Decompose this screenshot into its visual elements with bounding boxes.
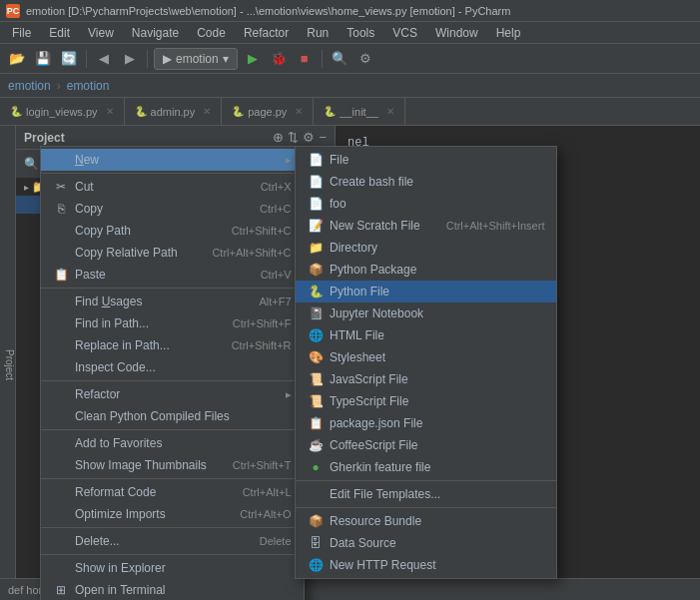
cm2-edit-templates[interactable]: Edit File Templates... [296,483,556,505]
cm-image-thumbs[interactable]: Show Image Thumbnails Ctrl+Shift+T [41,454,304,476]
toolbar-sync-btn[interactable]: 🔄 [58,48,80,70]
tab-page[interactable]: 🐍 page.py ✕ [222,98,314,125]
cm-paste[interactable]: 📋 Paste Ctrl+V [41,264,304,286]
main-area: Project Project ⊕ ⇅ ⚙ − 🔍 ▸ 📁 emotion D:… [0,126,700,600]
tab-close-btn[interactable]: ✕ [106,106,114,117]
cm2-gherkin[interactable]: ● Gherkin feature file [296,456,556,478]
cm-sep-5 [41,478,304,479]
toolbar-fwd-btn[interactable]: ▶ [119,48,141,70]
tab-close-btn-4[interactable]: ✕ [386,106,394,117]
navbar: emotion › emotion [0,74,700,98]
tab-login-views[interactable]: 🐍 login_views.py ✕ [0,98,125,125]
cm-refactor[interactable]: Refactor ▸ [41,383,304,405]
menu-run[interactable]: Run [299,24,337,42]
cm2-http-label: New HTTP Request [330,558,544,572]
cm-open-terminal[interactable]: ⊞ Open in Terminal [41,579,304,600]
cm-find-in-path[interactable]: Find in Path... Ctrl+Shift+F [41,312,304,334]
cm2-coffee-label: CoffeeScript File [330,438,544,452]
window-title: emotion [D:\PycharmProjects\web\emotion]… [26,5,510,17]
cm-show-explorer[interactable]: Show in Explorer [41,557,304,579]
cm2-python-file[interactable]: 🐍 Python File [296,281,556,302]
cm2-stylesheet[interactable]: 🎨 Stylesheet [296,346,556,368]
paste-icon: 📋 [53,268,69,282]
tab-close-btn-3[interactable]: ✕ [295,106,303,117]
css-icon: 🎨 [308,350,324,364]
cm-paste-shortcut: Ctrl+V [261,269,292,281]
menu-navigate[interactable]: Navigate [124,24,187,42]
cm2-python-package[interactable]: 📦 Python Package [296,259,556,281]
cm-add-favorites[interactable]: Add to Favorites [41,432,304,454]
tab-label-2: admin.py [151,106,196,118]
toolbar-back-btn[interactable]: ◀ [93,48,115,70]
menu-file[interactable]: File [4,24,39,42]
cm2-ts-label: TypeScript File [330,394,544,408]
tab-admin[interactable]: 🐍 admin.py ✕ [125,98,223,125]
tab-close-btn-2[interactable]: ✕ [203,106,211,117]
cm2-file-label: File [330,153,544,167]
cm-replace-shortcut: Ctrl+Shift+R [232,339,292,351]
cm2-jupyter-label: Jupyter Notebook [330,306,544,320]
cm-copy-rel-path[interactable]: Copy Relative Path Ctrl+Alt+Shift+C [41,242,304,264]
breadcrumb-emotion-2[interactable]: emotion [67,79,110,93]
cm2-pkg-json[interactable]: 📋 package.json File [296,412,556,434]
cut-icon: ✂ [53,180,69,194]
cm2-data-source[interactable]: 🗄 Data Source [296,532,556,554]
cm2-foo[interactable]: 📄 foo [296,193,556,215]
menu-refactor[interactable]: Refactor [236,24,297,42]
toolbar-save-btn[interactable]: 💾 [32,48,54,70]
directory-icon: 📁 [308,241,324,255]
cm2-create-bash[interactable]: 📄 Create bash file [296,171,556,193]
cm-optimize[interactable]: Optimize Imports Ctrl+Alt+O [41,503,304,525]
cm-sep-4 [41,429,304,430]
cm2-ts[interactable]: 📜 TypeScript File [296,390,556,412]
cm2-jupyter[interactable]: 📓 Jupyter Notebook [296,302,556,324]
cm2-file[interactable]: 📄 File [296,149,556,171]
tab-label-3: page.py [248,106,287,118]
cm-new[interactable]: New ▸ [41,149,304,171]
cm2-http-request[interactable]: 🌐 New HTTP Request [296,554,556,576]
cm-cut[interactable]: ✂ Cut Ctrl+X [41,176,304,198]
cm2-js[interactable]: 📜 JavaScript File [296,368,556,390]
cm-copy-path[interactable]: Copy Path Ctrl+Shift+C [41,220,304,242]
cm2-html[interactable]: 🌐 HTML File [296,324,556,346]
toolbar-settings-btn[interactable]: ⚙ [354,48,376,70]
gherkin-icon: ● [308,460,324,474]
cm2-templates-label: Edit File Templates... [330,487,544,501]
run-config-label: emotion [176,52,219,66]
toolbar-run-btn[interactable]: ▶ [242,48,264,70]
run-config-dropdown[interactable]: ▶ emotion ▾ [154,48,238,70]
cm-new-label: New [75,153,280,167]
cm-delete[interactable]: Delete... Delete [41,530,304,552]
toolbar-sep-3 [322,50,323,68]
tab-init[interactable]: 🐍 __init__ ✕ [314,98,405,125]
tabbar: 🐍 login_views.py ✕ 🐍 admin.py ✕ 🐍 page.p… [0,98,700,126]
menu-help[interactable]: Help [488,24,529,42]
cm2-directory[interactable]: 📁 Directory [296,237,556,259]
breadcrumb-emotion-1[interactable]: emotion [8,79,51,93]
cm-clean[interactable]: Clean Python Compiled Files [41,405,304,427]
cm2-coffee[interactable]: ☕ CoffeeScript File [296,434,556,456]
cm-replace[interactable]: Replace in Path... Ctrl+Shift+R [41,334,304,356]
coffee-icon: ☕ [308,438,324,452]
menu-code[interactable]: Code [189,24,234,42]
cm-reformat-label: Reformat Code [75,485,217,499]
cm-copy[interactable]: ⎘ Copy Ctrl+C [41,198,304,220]
menu-window[interactable]: Window [427,24,486,42]
cm-copy-rel-label: Copy Relative Path [75,246,186,260]
menu-tools[interactable]: Tools [339,24,382,42]
menu-view[interactable]: View [80,24,122,42]
cm2-new-scratch[interactable]: 📝 New Scratch File Ctrl+Alt+Shift+Insert [296,215,556,237]
cm-inspect[interactable]: Inspect Code... [41,356,304,378]
file-icon: 📄 [308,153,324,167]
menu-vcs[interactable]: VCS [384,24,425,42]
menu-edit[interactable]: Edit [41,24,78,42]
toolbar-stop-btn[interactable]: ■ [294,48,316,70]
cm-reformat[interactable]: Reformat Code Ctrl+Alt+L [41,481,304,503]
cm2-resource-bundle[interactable]: 📦 Resource Bundle [296,510,556,532]
toolbar-debug-btn[interactable]: 🐞 [268,48,290,70]
cm-find-in-path-shortcut: Ctrl+Shift+F [233,317,292,329]
html-icon: 🌐 [308,328,324,342]
cm-find-usages[interactable]: Find Usages Alt+F7 [41,291,304,312]
toolbar-search-btn[interactable]: 🔍 [329,48,350,70]
toolbar-open-btn[interactable]: 📂 [6,48,28,70]
